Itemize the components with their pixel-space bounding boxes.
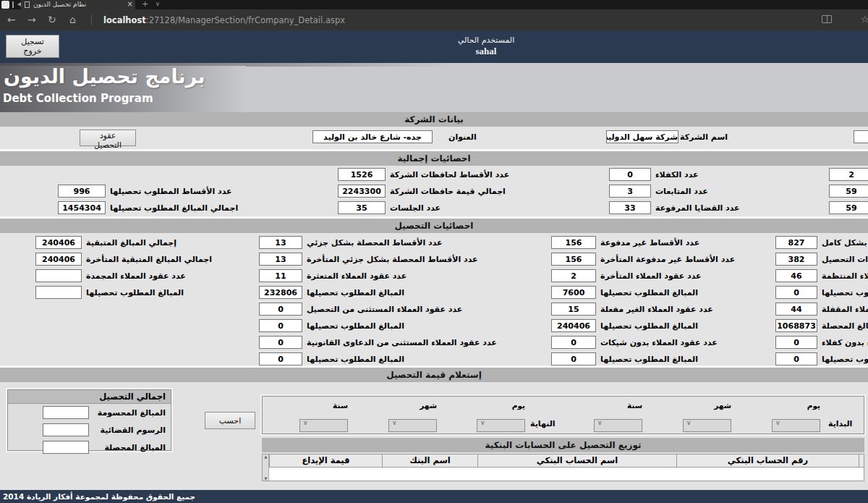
section-collection-statistics: احصائيات التحصيل [0, 219, 868, 233]
app-title-arabic: برنامج تحصيل الديون [4, 65, 242, 88]
browser-tab-bar: نظام تحصيل الديون × + ∨ [0, 0, 868, 9]
stat-label: عدد عقود العملاء الغير مفعلة [600, 305, 713, 314]
stat-pair: عدد عقود العملاء المستثنى من التحصيل [259, 303, 592, 316]
stat-label: المبالغ المطلوب تحصيلها [600, 321, 698, 331]
section-company-data: بيانات الشركة [0, 112, 868, 127]
stat-label: المبالغ المطلوب تحصيلها [600, 288, 698, 297]
stat-pair: عدد عقود العملاء الغير مفعلة [551, 303, 868, 316]
total-statistics-grid: عدد الكفلاءعدد المتابعاتعدد القضايا المر… [0, 166, 868, 216]
column-bank-name[interactable]: اسم البنك [383, 455, 478, 467]
stat-label: عدد الأقساط لحافظات الشركة [390, 170, 509, 179]
stat-label: المبالغ المطلوب تحصيلها [86, 288, 184, 297]
table-scrollbar[interactable]: ▲ ▼ [263, 455, 269, 481]
app-banner: برنامج تحصيل الديون Debt Collection Prog… [0, 63, 868, 112]
stat-label: الرسوم القضائية [93, 426, 166, 435]
refresh-icon[interactable]: ↻ [48, 13, 56, 26]
company-address-field[interactable] [312, 130, 433, 143]
copyright-text: جميع الحقوق محفوظة لمجموعة أفكار الريادة… [3, 490, 195, 503]
window-icon [1, 1, 9, 9]
end-day-header: يوم [477, 401, 525, 410]
browser-tab[interactable]: نظام تحصيل الديون × [21, 0, 135, 9]
stat-label: عدد الأقساط المطلوب تحصيلها [110, 187, 232, 196]
home-icon[interactable]: ⌂ [69, 13, 76, 26]
reading-view-icon[interactable] [822, 15, 832, 23]
stat-value-input[interactable] [58, 201, 106, 214]
start-year-header: سنة [594, 401, 642, 410]
stat-value-input[interactable] [35, 253, 82, 266]
stat-value-input[interactable] [259, 336, 302, 349]
company-name-label: اسم الشركة [680, 132, 728, 142]
start-month-header: شهر [683, 401, 731, 410]
stat-pair: عدد عقود العملاء بدون شيكات [551, 336, 868, 349]
stat-label: عدد عقود العملاء المستثنى من الدعاوى الق… [307, 338, 497, 347]
bank-accounts-table: قيمة الإيداع اسم البنك اسم الحساب البنكي… [262, 454, 864, 481]
stat-pair: عدد الأقساط لحافظات الشركة [338, 168, 671, 181]
stat-label: المبالغ المحسومة [93, 408, 166, 418]
column-deposit-value[interactable]: قيمة الإيداع [270, 455, 383, 467]
scroll-down-icon[interactable]: ▼ [263, 476, 269, 481]
tab-list-icon[interactable]: ∨ [156, 0, 160, 9]
company-address-label: العنوان [448, 132, 477, 142]
collection-contracts-button[interactable]: عقود التحصيل [80, 130, 136, 146]
stat-label: اجمالي قيمة حافظات الشركة [390, 187, 506, 196]
scroll-up-icon[interactable]: ▲ [263, 455, 269, 459]
stat-label: عدد الأقساط غير مدفوعة المتأخرة [600, 255, 735, 264]
stat-value-input[interactable] [43, 423, 89, 436]
stat-label: إجمالي المبالغ المتبقية [86, 238, 176, 248]
stat-label: عدد عقود العملاء المتأخرة [600, 271, 702, 281]
company-row: اسم الشركة العنوان عقود التحصيل [0, 127, 868, 149]
stat-pair: إجمالي المبالغ المتبقية [35, 236, 368, 249]
stat-value-input[interactable] [43, 441, 89, 454]
stat-label: عدد الجلسات [390, 203, 441, 213]
end-month-select[interactable] [388, 419, 437, 432]
stat-value-input[interactable] [259, 303, 302, 316]
favorites-star-icon[interactable]: ☆ [861, 13, 868, 26]
new-tab-icon[interactable]: + [142, 0, 148, 9]
end-date-label: النهاية [530, 419, 556, 428]
start-date-label: البداية [828, 419, 852, 428]
browser-address-bar: ← → ↻ ⌂ localhost:27128/ManagerSection/f… [0, 9, 868, 30]
stat-value-input[interactable] [43, 406, 89, 419]
url-field[interactable]: localhost:27128/ManagerSection/frCompany… [103, 14, 345, 26]
back-icon[interactable]: ← [7, 13, 16, 26]
stat-pair: اجمالي المبالغ المتبقية المتأخرة [35, 253, 368, 266]
bank-table-empty-row [262, 468, 864, 481]
stat-pair: المبالغ المطلوب تحصيلها [551, 286, 868, 299]
calculate-button[interactable]: احسب [205, 412, 255, 429]
stat-value-input[interactable] [35, 236, 82, 249]
collection-query-area: اجمالي التحصيل المبالغ المحسومةالرسوم ال… [0, 382, 868, 490]
tab-close-icon[interactable]: × [127, 0, 133, 9]
company-cut-field[interactable] [854, 130, 868, 143]
collection-totals-panel: اجمالي التحصيل المبالغ المحسومةالرسوم ال… [7, 389, 171, 451]
stat-label: عدد الأقساط غير مدفوعة [600, 238, 699, 248]
stat-pair: عدد عقود العملاء المتأخرة [551, 269, 868, 282]
address-separator [91, 14, 92, 25]
stat-pair: اجمالي المبالغ المطلوب تحصيلها [58, 201, 391, 214]
logout-button[interactable]: تسجيل خروج [6, 35, 59, 58]
collection-statistics-grid: عدد الأقساط المحصلة بشكل كاملعدد سندات ا… [0, 233, 868, 365]
column-account-name[interactable]: اسم الحساب البنكي [478, 455, 677, 467]
end-year-select[interactable] [299, 419, 348, 432]
stat-value-input[interactable] [35, 269, 82, 282]
stat-label: المبالغ المطلوب تحصيلها [600, 355, 698, 364]
stat-value-input[interactable] [259, 352, 302, 365]
start-year-select[interactable] [594, 419, 642, 432]
stat-label: عدد عقود العملاء بدون شيكات [600, 338, 718, 347]
column-account-number[interactable]: رقم الحساب البنكي [677, 455, 859, 467]
page-favicon [25, 1, 30, 8]
set-aside-tabs-icon[interactable] [12, 1, 20, 8]
end-year-header: سنة [299, 401, 348, 410]
stat-pair: المبالغ المطلوب تحصيلها [551, 319, 868, 332]
stat-label: اجمالي المبالغ المتبقية المتأخرة [86, 255, 212, 264]
stat-value-input[interactable] [338, 168, 386, 181]
stat-value-input[interactable] [35, 286, 82, 299]
stat-value-input[interactable] [58, 185, 106, 198]
stat-value-input[interactable] [259, 319, 302, 332]
start-month-select[interactable] [683, 419, 731, 432]
start-day-select[interactable] [772, 419, 820, 432]
stat-label: المبالغ المطلوب تحصيلها [307, 355, 404, 364]
forward-icon[interactable]: → [27, 13, 36, 26]
stat-pair: المبالغ المطلوب تحصيلها [259, 319, 592, 332]
company-name-field[interactable] [606, 130, 678, 143]
end-day-select[interactable] [477, 419, 525, 432]
